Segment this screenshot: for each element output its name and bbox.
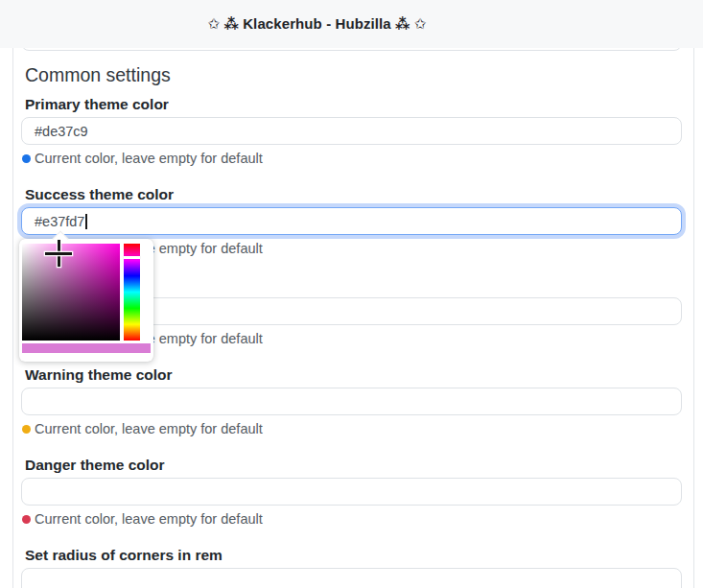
field-label-primary: Primary theme color <box>25 96 693 112</box>
field-label-danger: Danger theme color <box>25 457 693 473</box>
danger-help-text: Current color, leave empty for default <box>35 511 263 527</box>
page-header: ✩ ⁂ Klackerhub - Hubzilla ⁂ ✩ <box>0 0 703 48</box>
section-heading: Common settings <box>25 63 693 86</box>
warning-color-help: Current color, leave empty for default <box>22 421 693 436</box>
danger-color-help: Current color, leave empty for default <box>22 511 693 527</box>
primary-help-text: Current color, leave empty for default <box>35 151 263 166</box>
warning-current-color-dot <box>22 425 31 434</box>
warning-color-input[interactable] <box>21 388 682 415</box>
color-picker-popup <box>19 239 153 362</box>
text-caret <box>85 214 87 229</box>
corner-radius-input[interactable] <box>21 568 682 588</box>
page-title: ✩ ⁂ Klackerhub - Hubzilla ⁂ ✩ <box>208 15 427 33</box>
field-label-success: Success theme color <box>25 186 693 202</box>
field-label-warning: Warning theme color <box>25 366 693 383</box>
danger-color-input[interactable] <box>21 478 682 506</box>
hue-slider[interactable] <box>124 244 140 341</box>
primary-current-color-dot <box>22 154 31 163</box>
warning-help-text: Current color, leave empty for default <box>35 421 263 436</box>
field-label-corner-radius: Set radius of corners in rem <box>25 547 693 563</box>
primary-color-input[interactable]: #de37c9 <box>21 117 682 145</box>
primary-color-help: Current color, leave empty for default <box>22 151 693 166</box>
color-preview-bar[interactable] <box>22 343 151 353</box>
saturation-value-square[interactable] <box>22 244 120 341</box>
success-color-value: #e37fd7 <box>35 214 84 229</box>
danger-current-color-dot <box>22 515 31 524</box>
hue-slider-indicator[interactable] <box>124 256 140 259</box>
success-color-input[interactable]: #e37fd7 <box>21 207 682 235</box>
crosshair-marker-icon[interactable] <box>45 240 72 267</box>
primary-color-value: #de37c9 <box>35 124 88 139</box>
settings-page: Common settings Primary theme color #de3… <box>0 0 703 588</box>
